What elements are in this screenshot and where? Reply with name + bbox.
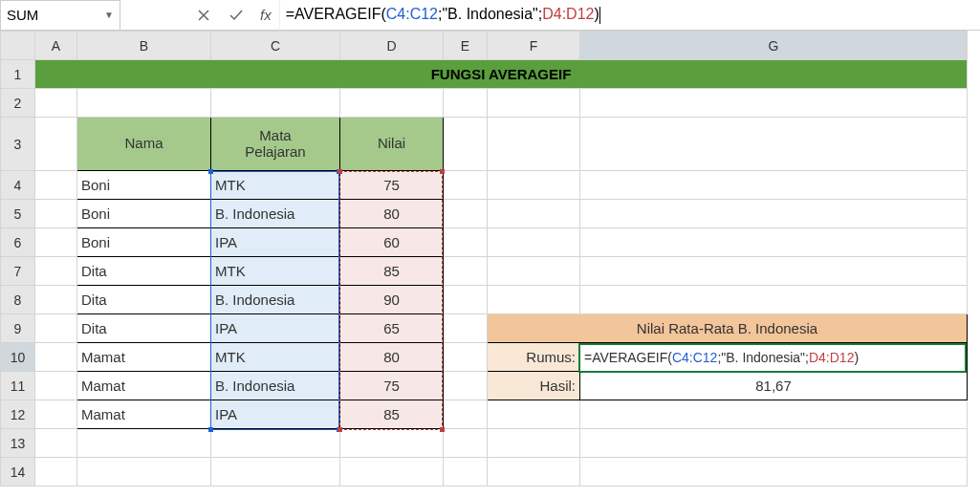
row-header-6[interactable]: 6 — [1, 228, 35, 257]
cell-C6[interactable]: IPA — [211, 228, 340, 257]
cell-G10-active[interactable]: =AVERAGEIF(C4:C12;"B. Indonesia";D4:D12) — [580, 343, 968, 372]
row-header-8[interactable]: 8 — [1, 286, 35, 314]
hasil-value[interactable]: 81,67 — [580, 372, 968, 400]
chevron-down-icon[interactable]: ▼ — [104, 10, 114, 20]
row-header-3[interactable]: 3 — [1, 118, 35, 171]
cell-B11[interactable]: Mamat — [77, 372, 211, 400]
col-header-B[interactable]: B — [77, 32, 211, 60]
row-header-14[interactable]: 14 — [1, 458, 35, 486]
cell-C10[interactable]: MTK — [211, 343, 340, 372]
cell-B6[interactable]: Boni — [77, 228, 211, 257]
cell-D7[interactable]: 85 — [340, 257, 444, 286]
cell-title[interactable]: FUNGSI AVERAGEIF — [35, 60, 968, 89]
row-header-7[interactable]: 7 — [1, 257, 35, 286]
fx-label[interactable]: fx — [260, 7, 272, 23]
cell-C9[interactable]: IPA — [211, 314, 340, 343]
col-header-A[interactable]: A — [35, 32, 77, 60]
cell-B12[interactable]: Mamat — [77, 400, 211, 429]
cell-C8[interactable]: B. Indonesia — [211, 286, 340, 314]
formula-bar: SUM ▼ fx =AVERAGEIF(C4:C12;"B. Indonesia… — [0, 0, 980, 31]
summary-title[interactable]: Nilai Rata-Rata B. Indonesia — [488, 314, 968, 343]
cell-B10[interactable]: Mamat — [77, 343, 211, 372]
row-header-10[interactable]: 10 — [1, 343, 35, 372]
cell-B9[interactable]: Dita — [77, 314, 211, 343]
grid[interactable]: A B C D E F G 1 FUNGSI AVERAGEIF 2 3 Nam… — [0, 31, 968, 486]
row-header-13[interactable]: 13 — [1, 429, 35, 458]
cell-C11[interactable]: B. Indonesia — [211, 372, 340, 400]
col-header-D[interactable]: D — [340, 32, 444, 60]
cell-B5[interactable]: Boni — [77, 200, 211, 228]
header-nilai[interactable]: Nilai — [340, 118, 444, 171]
cell-D8[interactable]: 90 — [340, 286, 444, 314]
row-header-12[interactable]: 12 — [1, 400, 35, 429]
col-header-G[interactable]: G — [580, 32, 968, 60]
row-header-5[interactable]: 5 — [1, 200, 35, 228]
cell-B8[interactable]: Dita — [77, 286, 211, 314]
cell-D12[interactable]: 85 — [340, 400, 444, 429]
cell-D9[interactable]: 65 — [340, 314, 444, 343]
col-header-C[interactable]: C — [211, 32, 340, 60]
row-header-11[interactable]: 11 — [1, 372, 35, 400]
name-box-value: SUM — [7, 7, 104, 23]
spreadsheet: A B C D E F G 1 FUNGSI AVERAGEIF 2 3 Nam… — [0, 31, 980, 486]
cell-B4[interactable]: Boni — [77, 171, 211, 200]
row-header-4[interactable]: 4 — [1, 171, 35, 200]
cell-D11[interactable]: 75 — [340, 372, 444, 400]
row-header-2[interactable]: 2 — [1, 89, 35, 118]
cell-C12[interactable]: IPA — [211, 400, 340, 429]
cell-D6[interactable]: 60 — [340, 228, 444, 257]
cell-C4[interactable]: MTK — [211, 171, 340, 200]
cell-C7[interactable]: MTK — [211, 257, 340, 286]
cell-D4[interactable]: 75 — [340, 171, 444, 200]
row-header-9[interactable]: 9 — [1, 314, 35, 343]
x-icon — [196, 8, 211, 23]
formula-editing: =AVERAGEIF(C4:C12;"B. Indonesia";D4:D12) — [580, 343, 967, 371]
cell-B7[interactable]: Dita — [77, 257, 211, 286]
accept-formula-button[interactable] — [220, 0, 252, 31]
col-header-F[interactable]: F — [488, 32, 580, 60]
col-header-E[interactable]: E — [444, 32, 488, 60]
cancel-formula-button[interactable] — [187, 0, 220, 31]
select-all-corner[interactable] — [1, 32, 35, 60]
formula-text: =AVERAGEIF(C4:C12;"B. Indonesia";D4:D12) — [286, 6, 600, 24]
formula-input[interactable]: =AVERAGEIF(C4:C12;"B. Indonesia";D4:D12) — [279, 0, 980, 31]
header-nama[interactable]: Nama — [77, 118, 211, 171]
hasil-label[interactable]: Hasil: — [488, 372, 580, 400]
header-mapel[interactable]: MataPelajaran — [211, 118, 340, 171]
cell-D10[interactable]: 80 — [340, 343, 444, 372]
name-box[interactable]: SUM ▼ — [0, 0, 120, 31]
cell-D5[interactable]: 80 — [340, 200, 444, 228]
title-text: FUNGSI AVERAGEIF — [35, 60, 967, 88]
cell-C5[interactable]: B. Indonesia — [211, 200, 340, 228]
check-icon — [229, 8, 244, 23]
rumus-label[interactable]: Rumus: — [488, 343, 580, 372]
row-header-1[interactable]: 1 — [1, 60, 35, 89]
